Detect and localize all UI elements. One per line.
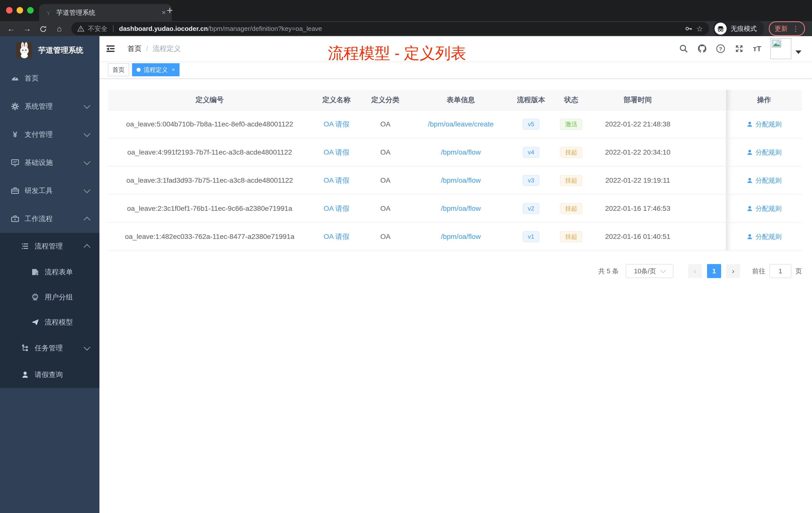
assign-rule-button[interactable]: 分配规则 bbox=[747, 148, 782, 157]
sidebar-logo[interactable]: 芋道管理系统 bbox=[0, 36, 99, 64]
table-row: oa_leave:5:004b710b-7b8a-11ec-8ef0-acde4… bbox=[108, 111, 802, 139]
tag-label: 流程定义 bbox=[144, 66, 168, 74]
tab-close-icon[interactable]: × bbox=[162, 8, 166, 17]
help-question-icon[interactable]: ? bbox=[716, 44, 725, 54]
cell-deploy-time: 2022-01-16 17:46:53 bbox=[592, 195, 683, 222]
definition-name-link[interactable]: OA 请假 bbox=[324, 204, 349, 213]
cell-category: OA bbox=[361, 139, 409, 166]
definition-name-link[interactable]: OA 请假 bbox=[324, 119, 349, 129]
fullscreen-icon[interactable] bbox=[734, 44, 744, 54]
avatar[interactable] bbox=[770, 38, 791, 59]
form-link[interactable]: /bpm/oa/flow bbox=[441, 205, 481, 213]
cell-filler bbox=[683, 139, 726, 166]
status-badge: 激活 bbox=[560, 119, 582, 130]
forward-icon[interactable]: → bbox=[19, 21, 35, 36]
form-link[interactable]: /bpm/oa/flow bbox=[441, 176, 481, 184]
sidebar-item-infrastructure[interactable]: 基础设施 bbox=[0, 149, 99, 177]
sidebar-item-label: 基础设施 bbox=[25, 158, 53, 168]
definition-name-link[interactable]: OA 请假 bbox=[324, 176, 349, 185]
next-page-button[interactable]: › bbox=[726, 264, 740, 278]
breadcrumb-home[interactable]: 首页 bbox=[127, 44, 142, 54]
tag-close-icon[interactable]: × bbox=[172, 66, 175, 73]
search-icon[interactable] bbox=[679, 44, 688, 53]
browser-menu-dots-icon[interactable]: ⋮ bbox=[792, 25, 799, 33]
definition-name-link[interactable]: OA 请假 bbox=[324, 232, 349, 241]
back-icon[interactable]: ← bbox=[3, 21, 19, 36]
github-icon[interactable] bbox=[697, 44, 707, 54]
sidebar: 芋道管理系统 首页 系统管理 ¥ 支付管理 bbox=[0, 36, 99, 513]
sidebar-item-payment[interactable]: ¥ 支付管理 bbox=[0, 120, 99, 149]
form-edit-icon bbox=[31, 268, 40, 276]
reload-icon[interactable] bbox=[35, 21, 51, 36]
key-icon[interactable] bbox=[685, 25, 693, 33]
browser-update-button[interactable]: 更新 ⋮ bbox=[769, 21, 805, 36]
version-badge: v4 bbox=[523, 147, 539, 158]
tag-home[interactable]: 首页 bbox=[108, 63, 129, 76]
url-bar[interactable]: 不安全 dashboard.yudao.iocoder.cn/bpm/manag… bbox=[71, 22, 709, 35]
sidebar-item-label: 用户分组 bbox=[45, 292, 73, 302]
font-size-icon[interactable]: ᴛT bbox=[753, 44, 761, 53]
cell-filler bbox=[683, 111, 726, 138]
avatar-caret-icon[interactable] bbox=[795, 51, 802, 54]
sidebar-item-label: 任务管理 bbox=[35, 343, 63, 353]
assign-rule-button[interactable]: 分配规则 bbox=[747, 233, 782, 241]
page-content: 定义编号 定义名称 定义分类 表单信息 流程版本 状态 部署时间 操作 oa_l… bbox=[99, 79, 812, 278]
home-icon[interactable]: ⌂ bbox=[51, 21, 67, 36]
page-size-value: 10条/页 bbox=[634, 267, 656, 276]
form-link[interactable]: /bpm/oa/flow bbox=[441, 233, 481, 241]
page-number-button[interactable]: 1 bbox=[707, 264, 721, 278]
sidebar-item-workflow[interactable]: 工作流程 bbox=[0, 205, 99, 233]
browser-tab[interactable]: 芋道管理系统 × bbox=[39, 4, 172, 21]
org-tree-icon bbox=[21, 344, 30, 352]
dashboard-gauge-icon bbox=[10, 74, 20, 83]
yen-icon: ¥ bbox=[10, 130, 20, 139]
new-tab-button[interactable]: + bbox=[167, 4, 173, 17]
assign-rule-label: 分配规则 bbox=[755, 233, 782, 241]
people-icon bbox=[31, 293, 40, 301]
svg-text:?: ? bbox=[719, 46, 722, 52]
incognito-icon bbox=[715, 23, 727, 35]
bookmark-star-icon[interactable]: ☆ bbox=[696, 24, 703, 33]
tags-view: 首页 流程定义 × bbox=[99, 61, 812, 79]
page-size-select[interactable]: 10条/页 bbox=[626, 264, 673, 278]
maximize-window-button[interactable] bbox=[27, 7, 34, 13]
form-link[interactable]: /bpm/oa/flow bbox=[441, 148, 481, 156]
sidebar-item-home[interactable]: 首页 bbox=[0, 64, 99, 92]
sidebar-item-leave-query[interactable]: 请假查询 bbox=[0, 361, 99, 388]
sidebar-item-user-group[interactable]: 用户分组 bbox=[0, 284, 99, 310]
minimize-window-button[interactable] bbox=[17, 7, 23, 13]
form-link[interactable]: /bpm/oa/leave/create bbox=[428, 120, 494, 128]
workflow-submenu: 流程管理 流程表单 用户分组 bbox=[0, 233, 99, 388]
cell-category: OA bbox=[361, 195, 409, 222]
chevron-down-icon bbox=[660, 268, 666, 273]
close-window-button[interactable] bbox=[6, 7, 12, 13]
sidebar-item-devtools[interactable]: 研发工具 bbox=[0, 177, 99, 205]
assign-rule-button[interactable]: 分配规则 bbox=[747, 120, 782, 129]
assign-rule-button[interactable]: 分配规则 bbox=[747, 176, 782, 185]
sidebar-item-process-model[interactable]: 流程模型 bbox=[0, 310, 99, 335]
sidebar-item-process-form[interactable]: 流程表单 bbox=[0, 260, 99, 284]
col-header-id: 定义编号 bbox=[108, 90, 311, 110]
col-header-time: 部署时间 bbox=[592, 90, 683, 110]
sidebar-item-label: 首页 bbox=[25, 73, 39, 83]
cell-filler bbox=[683, 167, 726, 194]
breadcrumb-separator: / bbox=[146, 45, 148, 53]
status-badge: 挂起 bbox=[560, 203, 582, 214]
status-badge: 挂起 bbox=[560, 231, 582, 242]
hamburger-icon[interactable] bbox=[99, 44, 119, 54]
tag-process-definition[interactable]: 流程定义 × bbox=[132, 63, 179, 76]
cell-definition-id: oa_leave:2:3c1f0ef1-76b1-11ec-9c66-a2380… bbox=[108, 195, 311, 222]
app-navbar: 首页 / 流程定义 流程模型 - 定义列表 ? bbox=[99, 36, 812, 61]
assign-rule-button[interactable]: 分配规则 bbox=[747, 204, 782, 213]
gear-icon bbox=[10, 102, 20, 111]
definition-name-link[interactable]: OA 请假 bbox=[324, 148, 349, 157]
chevron-down-icon bbox=[84, 186, 90, 193]
browser-toolbar: ← → ⌂ 不安全 dashboard.yudao.iocoder.cn/bpm… bbox=[0, 21, 812, 36]
goto-page-input[interactable] bbox=[769, 264, 791, 278]
sidebar-item-process-management[interactable]: 流程管理 bbox=[0, 233, 99, 260]
main-area: 首页 / 流程定义 流程模型 - 定义列表 ? bbox=[99, 36, 812, 513]
assign-rule-label: 分配规则 bbox=[755, 176, 782, 185]
sidebar-item-task-management[interactable]: 任务管理 bbox=[0, 335, 99, 361]
sidebar-item-system[interactable]: 系统管理 bbox=[0, 92, 99, 120]
prev-page-button[interactable]: ‹ bbox=[688, 264, 702, 278]
